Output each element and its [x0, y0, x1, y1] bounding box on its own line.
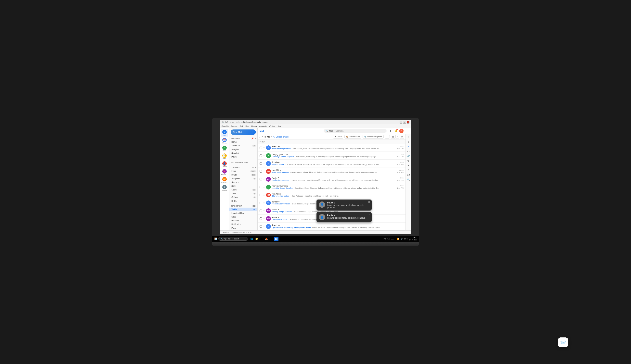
right-link-icon[interactable]: 🔗	[407, 154, 410, 158]
right-chat-icon[interactable]: 💬	[407, 173, 410, 177]
table-row[interactable]: ☆ TL Tom Lee Projects update - Hi Rebecc…	[258, 160, 406, 168]
upload-icon[interactable]: ⬆	[388, 129, 393, 133]
taskbar-app-mail[interactable]: ✉	[269, 237, 273, 241]
table-row[interactable]: ☆ TL Tom Lee Update on Stress Testing an…	[258, 222, 406, 230]
sidebar-item-snoozed[interactable]: Snoozed	[229, 180, 257, 184]
menu-history[interactable]: History	[251, 125, 257, 127]
taskbar-search[interactable]: 🔍 Type here to search	[218, 237, 248, 241]
email-checkbox[interactable]	[259, 194, 262, 196]
star-icon[interactable]: ☆	[263, 154, 265, 156]
email-checkbox[interactable]	[259, 178, 262, 180]
folders-add-icon[interactable]: +	[255, 166, 256, 168]
table-row[interactable]: ☆ KM Ken Miles Privacy policy update - D…	[258, 168, 406, 175]
right-search-icon[interactable]: 🔍	[407, 178, 410, 182]
sidebar-item-home[interactable]: Home	[229, 140, 257, 144]
table-row[interactable]: ☆ H harry@zylker.com Industrial Design S…	[258, 183, 406, 191]
checkbox-dropdown-icon[interactable]: ▾	[262, 136, 263, 138]
star-icon[interactable]: ☆	[263, 146, 265, 149]
taskbar-app-zoho[interactable]: 📧	[274, 237, 278, 241]
right-star-icon[interactable]: ☆	[407, 135, 410, 139]
star-icon[interactable]: ☆	[263, 202, 265, 204]
email-checkbox[interactable]	[259, 186, 262, 188]
star-icon[interactable]: ☆	[263, 178, 265, 180]
sidebar-item-notification[interactable]: Notification	[229, 222, 257, 226]
search-bar[interactable]: 🔍 Mail | Search ( / )	[324, 129, 387, 132]
sidebar-item-analytics[interactable]: Analytics	[229, 148, 257, 151]
streams-pin-icon[interactable]: 📌	[251, 137, 254, 140]
star-icon[interactable]: ☆	[263, 162, 265, 164]
notif-close-2[interactable]: ✕	[368, 213, 370, 216]
menu-view[interactable]: View	[245, 125, 249, 127]
right-filter-icon[interactable]: ⊞	[407, 140, 410, 144]
sidebar-item-outbox[interactable]: Outbox 2	[229, 196, 257, 199]
sidebar-item-spam[interactable]: Spam 26	[229, 188, 257, 192]
star-icon[interactable]: ☆	[263, 170, 265, 172]
views-button[interactable]: 👁 Views	[333, 135, 343, 138]
sidebar-item-payroll[interactable]: Payroll	[229, 155, 257, 159]
more-options-button[interactable]: ⋮	[385, 135, 390, 138]
sidebar-item-renewal[interactable]: Renewal	[229, 219, 257, 222]
view-compact-button[interactable]: ▤	[391, 135, 395, 139]
sidebar-item-inbox[interactable]: Inbox 3473	[229, 169, 257, 173]
floating-mail-icon[interactable]: 📨	[558, 338, 568, 347]
folder-dropdown-icon[interactable]: ▾	[271, 136, 272, 138]
view-archived-button[interactable]: 📦 View archived	[345, 135, 361, 138]
email-checkbox[interactable]	[259, 210, 262, 212]
menu-edit[interactable]: Edit	[240, 125, 243, 127]
sidebar-item-calendar[interactable]: 📅 Calendar	[221, 137, 228, 144]
menu-zohomail[interactable]: Zoho Mail - Desktop	[222, 125, 237, 127]
new-mail-button[interactable]: New Mail ▾	[231, 130, 256, 135]
star-icon[interactable]: ☆	[263, 194, 265, 196]
menu-help[interactable]: Help	[277, 125, 281, 127]
sidebar-item-hrfl[interactable]: HRFL	[229, 199, 257, 203]
sidebar-item-sales[interactable]: Sales	[229, 215, 257, 219]
sidebar-item-bookmarks[interactable]: 🔖 Bookma...	[221, 168, 228, 176]
minimize-button[interactable]: ─	[400, 121, 402, 124]
sidebar-item-templates[interactable]: Templates 6	[229, 177, 257, 180]
email-checkbox[interactable]	[259, 154, 262, 157]
sidebar-item-allunread[interactable]: All unread 24	[229, 144, 257, 148]
email-checkbox[interactable]	[259, 146, 262, 149]
email-checkbox[interactable]	[259, 202, 262, 204]
notification-bell-icon[interactable]: 🔔	[394, 129, 398, 133]
taskbar-app-store[interactable]: 🛍	[259, 237, 264, 241]
menu-window[interactable]: Window	[269, 125, 275, 127]
sidebar-item-trash[interactable]: Trash 1	[229, 192, 257, 196]
right-tag-icon[interactable]: 🏷	[407, 149, 410, 153]
apps-grid-icon[interactable]: ⋮⋮⋮	[405, 129, 409, 133]
view-detailed-button[interactable]: ⊞	[400, 135, 404, 139]
view-normal-button[interactable]: ☰	[396, 135, 399, 139]
table-row[interactable]: ☆ H harry@zylker.com Campaign Banner Pro…	[258, 152, 406, 160]
sidebar-item-drafts[interactable]: Drafts 165	[229, 173, 257, 177]
menu-accounts[interactable]: Accounts	[259, 125, 266, 127]
sidebar-item-resources[interactable]: 📁 Resource...	[221, 176, 228, 184]
sidebar-item-mail[interactable]: ✉ Mail	[221, 129, 228, 136]
sidebar-item-earchive[interactable]: 🗄 eArchive	[221, 184, 228, 192]
table-row[interactable]: ☆ KM Ken Miles Client meeting update - D…	[258, 191, 406, 199]
email-checkbox[interactable]	[259, 218, 262, 220]
maximize-button[interactable]: □	[403, 121, 406, 124]
right-check-icon[interactable]: ✓	[407, 144, 410, 148]
folders-settings-icon[interactable]: ⚙	[252, 166, 254, 168]
right-download-icon[interactable]: ⬇	[407, 164, 410, 168]
right-settings-icon[interactable]: ⚙	[407, 168, 410, 172]
table-row[interactable]: ☆ TL Tom Lee Newsletter topic ideas - Hi…	[258, 144, 406, 152]
sidebar-item-importantfiles[interactable]: Important files	[229, 211, 257, 215]
table-row[interactable]: ☆ PP Paula P Production conversation - D…	[258, 175, 406, 183]
right-trash-icon[interactable]: 🗑	[407, 159, 410, 163]
notif-close-1[interactable]: ✕	[368, 201, 370, 204]
taskbar-app-edge[interactable]: 🌐	[249, 237, 254, 241]
sidebar-item-tome[interactable]: To Me 43	[229, 208, 257, 211]
sidebar-item-sent[interactable]: Sent	[229, 184, 257, 188]
select-all-checkbox[interactable]	[259, 136, 261, 138]
email-checkbox[interactable]	[259, 162, 262, 165]
windows-start-button[interactable]: 🪟	[214, 237, 218, 241]
window-controls[interactable]: ─ □ ✕	[400, 121, 409, 124]
attachment-options-button[interactable]: 📎 Attachment options	[363, 135, 384, 138]
close-button[interactable]: ✕	[407, 121, 409, 124]
streams-add-icon[interactable]: +	[255, 137, 256, 140]
star-icon[interactable]: ☆	[263, 186, 265, 188]
email-checkbox[interactable]	[259, 225, 262, 228]
sidebar-item-contacts[interactable]: 👤 Contacts	[221, 160, 228, 168]
star-icon[interactable]: ☆	[263, 218, 265, 220]
